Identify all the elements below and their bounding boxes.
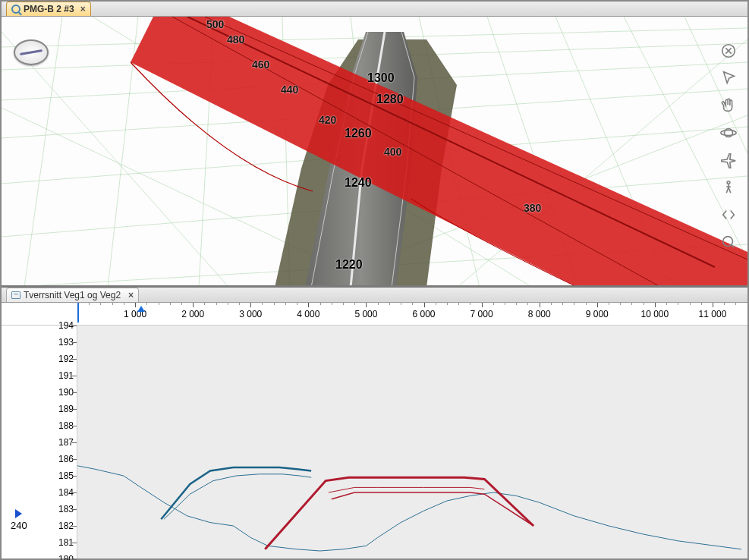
station-marker: 240 [11, 509, 27, 531]
station-label-grey: 1260 [345, 127, 372, 140]
tab-xs-label: Tverrsnitt Veg1 og Veg2 [24, 290, 121, 300]
svg-point-27 [723, 237, 733, 247]
y-tick-label: 183 [58, 504, 74, 514]
y-tick-label: 193 [58, 337, 74, 348]
station-label-red: 480 [227, 33, 244, 46]
zoom-tool-button[interactable] [717, 231, 740, 253]
y-tick-label: 189 [58, 404, 74, 414]
close-view-button[interactable] [717, 39, 740, 62]
svg-point-26 [727, 181, 730, 184]
ruler-tick-label: 7 000 [470, 309, 493, 319]
magnifier-icon [11, 5, 20, 14]
series-Veg2-mid [329, 487, 484, 492]
y-tick-label: 192 [58, 354, 74, 364]
y-tick-label: 194 [58, 320, 74, 331]
play-marker-icon [15, 509, 22, 518]
y-tick-label: 185 [58, 470, 74, 481]
compass-icon[interactable] [14, 39, 49, 65]
station-label-red: 420 [319, 114, 336, 126]
tab-close-button[interactable]: × [80, 4, 86, 14]
series-Veg2-top [265, 477, 533, 549]
road-surfaces [2, 17, 747, 288]
orbit-tool-button[interactable] [717, 121, 740, 144]
ruler-tick-label: 3 000 [239, 309, 262, 319]
ruler-start-marker[interactable] [77, 303, 79, 322]
step-tool-button[interactable] [717, 203, 740, 226]
ruler-x[interactable]: 1 0002 0003 0004 0005 0006 0007 0008 000… [2, 303, 747, 326]
tabbar-bottom: Tverrsnitt Veg1 og Veg2 × [2, 288, 747, 303]
app-window: PMG-B 2 #3 × [0, 0, 749, 560]
ruler-tick-label: 8 000 [528, 309, 551, 319]
section-icon [11, 291, 20, 299]
panel-cross-section: Tverrsnitt Veg1 og Veg2 × 1 0002 0003 00… [2, 288, 747, 558]
station-label-grey: 1220 [335, 258, 363, 272]
walk-tool-button[interactable] [717, 176, 740, 199]
station-label-red: 500 [206, 18, 224, 30]
y-tick-label: 184 [58, 487, 74, 498]
series-Veg1-underside [164, 474, 311, 519]
station-label-red: 380 [524, 202, 541, 214]
ruler-tick-label: 10 000 [641, 309, 669, 319]
tab-3d-label: PMG-B 2 #3 [24, 4, 74, 14]
ruler-tick-label: 6 000 [413, 309, 436, 319]
station-label-red: 400 [384, 146, 401, 158]
tab-cross-section[interactable]: Tverrsnitt Veg1 og Veg2 × [6, 288, 139, 302]
y-tick-label: 182 [58, 521, 74, 531]
svg-point-25 [721, 130, 736, 135]
cross-section-chart [77, 326, 741, 559]
pan-tool-button[interactable] [717, 94, 740, 117]
ruler-tick-label: 11 000 [699, 309, 727, 319]
station-label-grey: 1280 [376, 93, 404, 106]
series-Veg1-top [161, 467, 311, 519]
station-label-grey: 1300 [367, 71, 395, 85]
tab-3d-view[interactable]: PMG-B 2 #3 × [6, 2, 91, 16]
station-label-grey: 1240 [345, 176, 372, 190]
ruler-position-marker[interactable] [137, 306, 145, 312]
station-label-red: 440 [281, 83, 298, 96]
tabbar-top: PMG-B 2 #3 × [2, 2, 747, 17]
y-tick-label: 188 [58, 420, 74, 431]
station-value: 240 [11, 520, 27, 531]
viewport-3d[interactable]: 5004804604404204003801300128012601240122… [2, 17, 747, 285]
ruler-tick-label: 5 000 [354, 309, 377, 319]
y-tick-label: 191 [58, 370, 74, 381]
fly-tool-button[interactable] [717, 149, 740, 171]
station-label-red: 460 [252, 58, 269, 71]
ruler-tick-label: 2 000 [181, 309, 204, 319]
ruler-tick-label: 9 000 [586, 309, 609, 319]
y-tick-label: 187 [58, 437, 74, 448]
select-tool-button[interactable] [717, 67, 740, 90]
plot-area[interactable]: 1801811821831841851861871881891901911921… [2, 326, 747, 558]
tab-xs-close-button[interactable]: × [128, 290, 134, 300]
y-tick-label: 181 [58, 537, 74, 548]
toolbar-3d [717, 39, 743, 253]
y-tick-label: 180 [58, 554, 74, 560]
ruler-tick-label: 4 000 [297, 309, 319, 319]
y-tick-label: 190 [58, 387, 74, 398]
panel-3d-view: PMG-B 2 #3 × [2, 2, 747, 288]
y-tick-label: 186 [58, 454, 74, 464]
